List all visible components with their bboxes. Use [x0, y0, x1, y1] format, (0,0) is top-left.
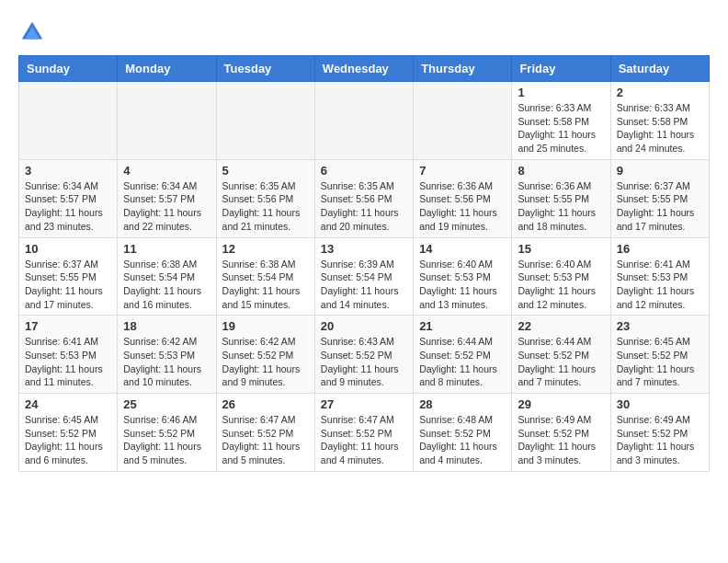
day-info: Sunrise: 6:41 AM Sunset: 5:53 PM Dayligh… — [25, 335, 111, 389]
day-info: Sunrise: 6:36 AM Sunset: 5:56 PM Dayligh… — [419, 179, 506, 234]
calendar-cell: 11Sunrise: 6:38 AM Sunset: 5:54 PM Dayli… — [118, 237, 216, 316]
day-number: 20 — [321, 319, 407, 333]
day-header-wednesday: Wednesday — [314, 56, 413, 82]
day-info: Sunrise: 6:49 AM Sunset: 5:52 PM Dayligh… — [518, 413, 604, 467]
calendar-cell — [314, 82, 413, 160]
day-info: Sunrise: 6:48 AM Sunset: 5:52 PM Dayligh… — [419, 413, 506, 467]
day-info: Sunrise: 6:37 AM Sunset: 5:55 PM Dayligh… — [25, 258, 111, 312]
day-info: Sunrise: 6:36 AM Sunset: 5:55 PM Dayligh… — [518, 179, 604, 234]
calendar-cell — [414, 82, 512, 160]
day-number: 8 — [518, 164, 604, 178]
calendar-cell: 4Sunrise: 6:34 AM Sunset: 5:57 PM Daylig… — [118, 159, 216, 237]
calendar-header-row: SundayMondayTuesdayWednesdayThursdayFrid… — [19, 56, 710, 82]
day-number: 12 — [222, 242, 309, 256]
day-number: 17 — [25, 319, 111, 333]
day-info: Sunrise: 6:35 AM Sunset: 5:56 PM Dayligh… — [222, 179, 309, 234]
calendar-cell: 30Sunrise: 6:49 AM Sunset: 5:52 PM Dayli… — [610, 394, 709, 472]
day-info: Sunrise: 6:43 AM Sunset: 5:52 PM Dayligh… — [321, 335, 407, 389]
day-info: Sunrise: 6:33 AM Sunset: 5:58 PM Dayligh… — [617, 101, 703, 155]
day-number: 4 — [123, 164, 210, 178]
calendar-cell: 20Sunrise: 6:43 AM Sunset: 5:52 PM Dayli… — [314, 316, 413, 394]
day-info: Sunrise: 6:37 AM Sunset: 5:55 PM Dayligh… — [617, 179, 703, 234]
calendar-cell: 1Sunrise: 6:33 AM Sunset: 5:58 PM Daylig… — [512, 82, 610, 160]
day-number: 29 — [518, 397, 604, 411]
calendar-cell: 12Sunrise: 6:38 AM Sunset: 5:54 PM Dayli… — [216, 237, 314, 316]
calendar-cell: 7Sunrise: 6:36 AM Sunset: 5:56 PM Daylig… — [414, 159, 512, 237]
calendar-cell: 24Sunrise: 6:45 AM Sunset: 5:52 PM Dayli… — [19, 394, 118, 472]
day-info: Sunrise: 6:38 AM Sunset: 5:54 PM Dayligh… — [123, 258, 210, 312]
calendar-cell: 6Sunrise: 6:35 AM Sunset: 5:56 PM Daylig… — [314, 159, 413, 237]
calendar-table: SundayMondayTuesdayWednesdayThursdayFrid… — [18, 55, 710, 472]
day-info: Sunrise: 6:47 AM Sunset: 5:52 PM Dayligh… — [222, 413, 309, 467]
day-info: Sunrise: 6:34 AM Sunset: 5:57 PM Dayligh… — [25, 179, 111, 234]
day-info: Sunrise: 6:40 AM Sunset: 5:53 PM Dayligh… — [419, 258, 506, 312]
calendar-cell: 16Sunrise: 6:41 AM Sunset: 5:53 PM Dayli… — [610, 237, 709, 316]
day-info: Sunrise: 6:33 AM Sunset: 5:58 PM Dayligh… — [518, 101, 604, 155]
day-info: Sunrise: 6:35 AM Sunset: 5:56 PM Dayligh… — [321, 179, 407, 234]
day-number: 14 — [419, 242, 506, 256]
calendar-cell: 21Sunrise: 6:44 AM Sunset: 5:52 PM Dayli… — [414, 316, 512, 394]
day-number: 23 — [617, 319, 703, 333]
day-number: 9 — [617, 164, 703, 178]
day-info: Sunrise: 6:39 AM Sunset: 5:54 PM Dayligh… — [321, 258, 407, 312]
day-header-friday: Friday — [512, 56, 610, 82]
calendar-week-row: 10Sunrise: 6:37 AM Sunset: 5:55 PM Dayli… — [19, 237, 710, 316]
day-number: 15 — [518, 242, 604, 256]
page-header — [18, 18, 710, 46]
day-info: Sunrise: 6:49 AM Sunset: 5:52 PM Dayligh… — [617, 413, 703, 467]
day-number: 7 — [419, 164, 506, 178]
calendar-week-row: 3Sunrise: 6:34 AM Sunset: 5:57 PM Daylig… — [19, 159, 710, 237]
day-number: 21 — [419, 319, 506, 333]
calendar-cell: 3Sunrise: 6:34 AM Sunset: 5:57 PM Daylig… — [19, 159, 118, 237]
day-number: 10 — [25, 242, 111, 256]
calendar-cell — [216, 82, 314, 160]
day-number: 13 — [321, 242, 407, 256]
day-info: Sunrise: 6:38 AM Sunset: 5:54 PM Dayligh… — [222, 258, 309, 312]
day-info: Sunrise: 6:34 AM Sunset: 5:57 PM Dayligh… — [123, 179, 210, 234]
day-info: Sunrise: 6:45 AM Sunset: 5:52 PM Dayligh… — [617, 335, 703, 389]
calendar-cell: 5Sunrise: 6:35 AM Sunset: 5:56 PM Daylig… — [216, 159, 314, 237]
day-info: Sunrise: 6:40 AM Sunset: 5:53 PM Dayligh… — [518, 258, 604, 312]
day-number: 16 — [617, 242, 703, 256]
day-number: 24 — [25, 397, 111, 411]
day-number: 11 — [123, 242, 210, 256]
calendar-cell: 18Sunrise: 6:42 AM Sunset: 5:53 PM Dayli… — [118, 316, 216, 394]
calendar-cell: 13Sunrise: 6:39 AM Sunset: 5:54 PM Dayli… — [314, 237, 413, 316]
logo-icon — [18, 18, 46, 46]
calendar-cell: 9Sunrise: 6:37 AM Sunset: 5:55 PM Daylig… — [610, 159, 709, 237]
day-number: 27 — [321, 397, 407, 411]
calendar-cell — [19, 82, 118, 160]
day-info: Sunrise: 6:42 AM Sunset: 5:52 PM Dayligh… — [222, 335, 309, 389]
day-header-sunday: Sunday — [19, 56, 118, 82]
logo — [18, 18, 50, 46]
calendar-cell: 10Sunrise: 6:37 AM Sunset: 5:55 PM Dayli… — [19, 237, 118, 316]
day-number: 30 — [617, 397, 703, 411]
day-number: 6 — [321, 164, 407, 178]
day-header-tuesday: Tuesday — [216, 56, 314, 82]
day-number: 1 — [518, 86, 604, 99]
calendar-cell — [118, 82, 216, 160]
day-header-monday: Monday — [118, 56, 216, 82]
calendar-cell: 23Sunrise: 6:45 AM Sunset: 5:52 PM Dayli… — [610, 316, 709, 394]
calendar-cell: 17Sunrise: 6:41 AM Sunset: 5:53 PM Dayli… — [19, 316, 118, 394]
calendar-week-row: 1Sunrise: 6:33 AM Sunset: 5:58 PM Daylig… — [19, 82, 710, 160]
day-info: Sunrise: 6:41 AM Sunset: 5:53 PM Dayligh… — [617, 258, 703, 312]
day-info: Sunrise: 6:42 AM Sunset: 5:53 PM Dayligh… — [123, 335, 210, 389]
calendar-cell: 22Sunrise: 6:44 AM Sunset: 5:52 PM Dayli… — [512, 316, 610, 394]
day-number: 18 — [123, 319, 210, 333]
day-info: Sunrise: 6:47 AM Sunset: 5:52 PM Dayligh… — [321, 413, 407, 467]
day-number: 5 — [222, 164, 309, 178]
calendar-cell: 2Sunrise: 6:33 AM Sunset: 5:58 PM Daylig… — [610, 82, 709, 160]
day-number: 26 — [222, 397, 309, 411]
day-number: 28 — [419, 397, 506, 411]
calendar-cell: 26Sunrise: 6:47 AM Sunset: 5:52 PM Dayli… — [216, 394, 314, 472]
calendar-cell: 15Sunrise: 6:40 AM Sunset: 5:53 PM Dayli… — [512, 237, 610, 316]
day-number: 3 — [25, 164, 111, 178]
calendar-cell: 19Sunrise: 6:42 AM Sunset: 5:52 PM Dayli… — [216, 316, 314, 394]
calendar-cell: 27Sunrise: 6:47 AM Sunset: 5:52 PM Dayli… — [314, 394, 413, 472]
day-header-saturday: Saturday — [610, 56, 709, 82]
calendar-cell: 28Sunrise: 6:48 AM Sunset: 5:52 PM Dayli… — [414, 394, 512, 472]
calendar-cell: 29Sunrise: 6:49 AM Sunset: 5:52 PM Dayli… — [512, 394, 610, 472]
day-number: 19 — [222, 319, 309, 333]
day-number: 22 — [518, 319, 604, 333]
